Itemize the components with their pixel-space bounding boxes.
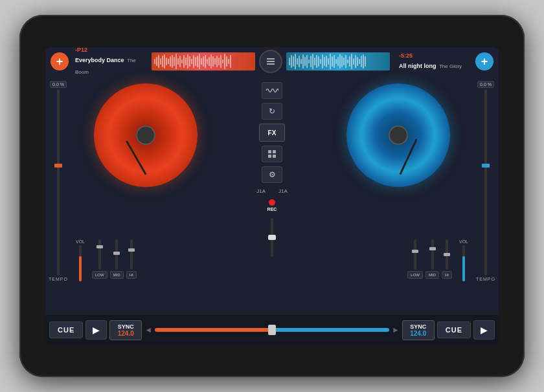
left-pitch-slider[interactable]: 0.0 % TEMPO <box>49 81 67 281</box>
right-tempo-label: TEMPO <box>476 277 495 281</box>
waveform-bar <box>293 56 294 67</box>
waveform-bar <box>361 56 362 67</box>
waveform-bar <box>205 55 206 68</box>
left-eq-section: LOW MID HI <box>92 239 227 281</box>
left-sync-button[interactable]: SYNC 124.0 <box>109 320 142 340</box>
left-pitch-track[interactable] <box>57 89 60 276</box>
left-low-btn[interactable]: LOW <box>92 271 108 279</box>
waveform-bar <box>332 56 333 67</box>
left-turntable-center <box>136 125 155 145</box>
crossfader-thumb[interactable] <box>268 325 276 335</box>
left-play-button[interactable]: ▶ <box>85 320 107 340</box>
crossfader-right-arrow: ► <box>392 325 400 334</box>
wave-button[interactable] <box>262 82 282 99</box>
left-hi-btn[interactable]: HI <box>126 271 137 279</box>
waveform-bar <box>209 57 210 66</box>
waveform-bar <box>312 54 313 69</box>
waveform-bar <box>210 54 212 69</box>
svg-rect-6 <box>273 155 276 158</box>
fx-button[interactable]: FX <box>259 124 285 142</box>
right-sync-button[interactable]: SYNC 124.0 <box>402 320 435 340</box>
waveform-bar <box>365 56 366 67</box>
waveform-bar <box>214 58 216 65</box>
waveform-bar <box>174 57 175 66</box>
left-pitch-thumb[interactable] <box>54 164 62 168</box>
left-waveform <box>152 52 255 71</box>
waveform-bar <box>224 54 225 69</box>
rec-label: REC <box>267 207 277 212</box>
center-controls: ↻ FX ⚙ J1A J1A REC <box>227 76 317 315</box>
add-left-button[interactable]: + <box>51 52 69 71</box>
waveform-bar <box>295 54 296 69</box>
waveform-bar <box>230 55 231 68</box>
right-pitch-value: 0.0 % <box>477 81 494 88</box>
waveform-bar <box>158 55 159 68</box>
waveform-bar <box>291 55 292 68</box>
waveform-bar <box>306 55 308 68</box>
settings-button[interactable]: ⚙ <box>262 166 282 183</box>
left-track-name: Everybody Dance <box>75 57 124 63</box>
waveform-bar <box>160 58 161 65</box>
right-pitch-track[interactable] <box>484 89 487 276</box>
left-bpm: -P12 <box>75 47 148 53</box>
waveform-bar <box>318 56 319 67</box>
waveform-bar <box>220 55 221 68</box>
waveform-bar <box>177 58 179 65</box>
waveform-bar <box>187 54 188 69</box>
waveform-bar <box>337 57 339 66</box>
waveform-bar <box>197 56 198 67</box>
waveform-bar <box>330 54 331 69</box>
left-vol-track[interactable] <box>79 245 82 281</box>
waveform-bar <box>199 54 200 69</box>
left-turntable[interactable] <box>94 83 198 187</box>
grid-button[interactable] <box>262 146 282 162</box>
right-hi-btn[interactable]: HI <box>442 271 452 279</box>
svg-rect-3 <box>268 150 271 153</box>
left-cue-button[interactable]: CUE <box>49 321 83 338</box>
waveform-bar <box>343 58 345 65</box>
left-track-info: -P12 Everybody Dance The Boom <box>73 47 148 76</box>
left-tempo-label: TEMPO <box>49 277 68 281</box>
waveform-bar <box>222 60 223 63</box>
right-deck-id: J1A <box>278 188 288 194</box>
waveform-bar <box>347 60 348 63</box>
waveform-bar <box>299 56 300 67</box>
right-pitch-slider[interactable]: 0.0 % TEMPO <box>477 81 495 281</box>
right-turntable[interactable] <box>346 83 450 187</box>
right-low-btn[interactable]: LOW <box>407 271 423 279</box>
waveform-bar <box>172 55 173 68</box>
waveform-bar <box>353 58 354 65</box>
right-bpm: -5:25 <box>399 52 471 59</box>
waveform-bar <box>170 56 171 67</box>
rec-indicator <box>269 199 275 206</box>
waveform-bar <box>218 58 220 65</box>
right-cue-button[interactable]: CUE <box>437 321 471 338</box>
waveform-bar <box>322 54 323 69</box>
mixer-center-button[interactable] <box>259 50 282 73</box>
waveform-bar <box>168 59 169 64</box>
waveform-bar <box>300 59 302 64</box>
right-vol-fader[interactable]: VOL <box>457 239 470 281</box>
right-play-button[interactable]: ▶ <box>473 320 495 340</box>
crossfader[interactable] <box>155 328 389 332</box>
svg-rect-5 <box>268 155 271 158</box>
loop-button[interactable]: ↻ <box>262 103 282 120</box>
add-right-button[interactable]: + <box>475 52 493 71</box>
waveform-bar <box>324 57 325 66</box>
waveform-bar <box>314 58 315 65</box>
right-mid-btn[interactable]: MID <box>425 271 439 279</box>
left-vol-fader[interactable]: VOL <box>74 239 87 281</box>
waveform-bar <box>326 56 327 67</box>
svg-rect-4 <box>273 150 276 153</box>
right-vol-track[interactable] <box>462 245 465 281</box>
crossfader-left-arrow: ◄ <box>144 325 152 334</box>
right-vol-label: VOL <box>459 239 468 244</box>
waveform-bar <box>320 59 321 64</box>
waveform-bar <box>226 56 227 67</box>
left-mid-btn[interactable]: MID <box>110 271 124 279</box>
waveform-bar <box>363 54 364 69</box>
top-bar: + -P12 Everybody Dance The Boom <box>45 47 499 76</box>
right-deck: 0.0 % TEMPO VOL <box>317 76 499 315</box>
right-pitch-thumb[interactable] <box>482 164 490 168</box>
left-sync-bpm: 124.0 <box>118 330 134 337</box>
